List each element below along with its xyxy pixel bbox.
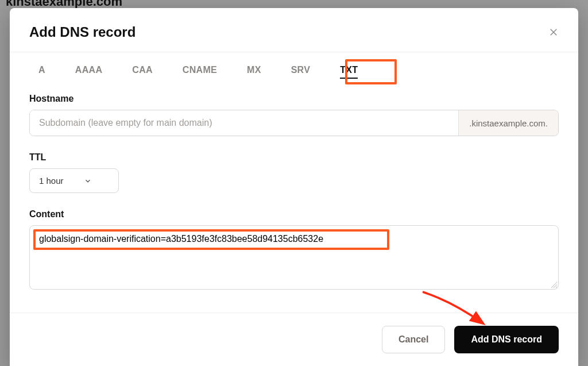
chevron-down-icon [84,177,92,185]
hostname-field-group: .kinstaexample.com. [29,110,559,136]
cancel-button[interactable]: Cancel [382,326,445,353]
content-field-wrapper [29,225,559,290]
ttl-label: TTL [29,152,559,163]
close-icon[interactable] [548,27,559,37]
tab-cname[interactable]: CNAME [183,63,217,79]
modal-header: Add DNS record [10,8,578,52]
modal-footer: Cancel Add DNS record [10,313,578,366]
form-body: Hostname .kinstaexample.com. TTL 1 hour … [10,89,578,313]
hostname-label: Hostname [29,94,559,104]
tab-a[interactable]: A [38,63,45,79]
svg-line-4 [556,287,557,288]
tab-txt[interactable]: TXT [340,63,358,79]
ttl-field-group: TTL 1 hour [29,152,559,193]
modal-title: Add DNS record [29,24,136,40]
ttl-value: 1 hour [39,176,64,186]
content-textarea[interactable] [38,233,550,282]
tab-aaaa[interactable]: AAAA [75,63,102,79]
tab-srv[interactable]: SRV [291,63,311,79]
add-dns-modal: Add DNS record A AAAA CAA CNAME MX SRV T… [10,8,578,366]
add-dns-record-button[interactable]: Add DNS record [454,326,559,353]
ttl-select[interactable]: 1 hour [29,168,119,193]
hostname-input[interactable] [30,110,458,136]
tab-caa[interactable]: CAA [132,63,153,79]
hostname-suffix: .kinstaexample.com. [458,110,558,136]
resize-handle-icon[interactable] [550,281,557,288]
tab-mx[interactable]: MX [247,63,261,79]
record-type-tabs: A AAAA CAA CNAME MX SRV TXT [10,52,578,89]
content-label: Content [29,209,559,219]
